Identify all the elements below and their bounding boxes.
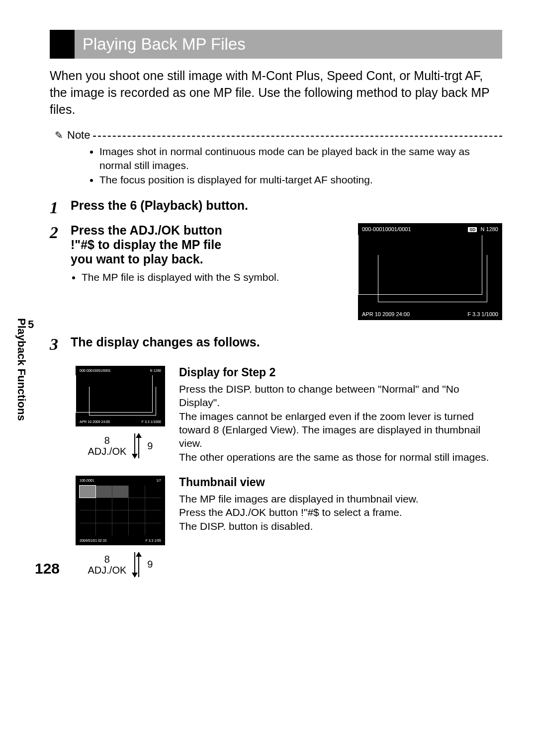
thumbnail-cell — [145, 523, 161, 535]
thumbnail-cell — [112, 510, 128, 522]
step-3: 3 The display changes as follows. — [50, 335, 502, 354]
title-decoration — [50, 30, 75, 59]
thumbnail-cell — [145, 486, 161, 498]
thumbnail-view-block: 100-0001 1/7 — [71, 476, 502, 577]
bracket-icon — [378, 255, 487, 302]
steps: 1 Press the 6 (Playback) button. 2 Press… — [50, 198, 502, 577]
screen-exposure: F 3.3 1/55 — [145, 539, 161, 542]
screen-folder: 000-0001 — [362, 226, 385, 232]
adj-symbol: 9 — [147, 559, 153, 570]
screen-exposure: F 3.3 1/1000 — [142, 420, 161, 423]
adj-symbol: 9 — [147, 440, 153, 452]
screen-frame: 1/7 — [156, 479, 161, 482]
step2-bullet: The MP file is displayed with the S symb… — [82, 270, 348, 284]
note-label: Note — [67, 129, 90, 142]
screen-folder: 000-0001 — [80, 369, 94, 372]
step2-line: !"#$ to display the MP file — [71, 238, 348, 252]
step-1: 1 Press the 6 (Playback) button. — [50, 198, 502, 217]
thumbnail-cell — [96, 523, 112, 535]
screen-exposure: F 3.3 1/1000 — [467, 311, 498, 317]
camera-screen-large: 000-0001 0001/0001 SD N 1280 APR 10 2009… — [358, 223, 502, 320]
screen-size: N 1280 — [481, 226, 498, 232]
display-step2-block: 000-0001 0001/0001 N 1280 APR 10 2009 24… — [71, 366, 502, 464]
adj-ok-label: ADJ./OK — [88, 565, 127, 576]
note-dash-line — [93, 136, 502, 137]
body-text: The other operations are the same as tho… — [179, 450, 502, 464]
camera-screen-thumbnail: 100-0001 1/7 — [76, 476, 165, 545]
note-icon: ✎ — [55, 129, 63, 141]
adj-symbol: 8 — [88, 435, 127, 446]
thumbnail-cell — [145, 498, 161, 510]
adj-symbol: 8 — [88, 554, 127, 565]
intro-paragraph: When you shoot one still image with M-Co… — [50, 68, 502, 118]
screen-size: N 1280 — [150, 369, 161, 372]
body-text: The MP file images are displayed in thum… — [179, 492, 502, 505]
screen-folder: 100-0001 — [80, 479, 94, 482]
thumbnail-cell — [112, 498, 128, 510]
body-text: The DISP. button is disabled. — [179, 519, 502, 533]
chapter-number: 5 — [28, 318, 34, 331]
screen-date: 2009/01/01 02:33 — [80, 539, 107, 542]
thumbnail-cell — [129, 486, 145, 498]
manual-page: Playing Back MP Files When you shoot one… — [0, 0, 537, 597]
adj-ok-indicator: 8 ADJ./OK 9 — [88, 552, 153, 577]
arrow-down-icon — [134, 552, 135, 577]
subsection-heading: Display for Step 2 — [179, 366, 502, 379]
note-item: The focus position is displayed for mult… — [99, 173, 502, 186]
note-block: ✎ Note Images shot in normal continuous … — [55, 129, 502, 186]
section-title: Playing Back MP Files — [75, 30, 502, 59]
arrow-down-icon — [134, 433, 135, 458]
camera-screen-small: 000-0001 0001/0001 N 1280 APR 10 2009 24… — [76, 366, 165, 426]
note-list: Images shot in normal continuous mode ca… — [99, 145, 502, 186]
body-text: Press the ADJ./OK button !"#$ to select … — [179, 505, 502, 519]
step-text: Press the 6 (Playback) button. — [71, 198, 502, 213]
adj-ok-indicator: 8 ADJ./OK 9 — [88, 433, 153, 458]
arrow-up-icon — [138, 433, 139, 458]
screen-frame: 0001/0001 — [94, 369, 111, 372]
thumbnail-cell — [80, 523, 95, 535]
side-tab: 5 Playback Functions — [15, 318, 34, 421]
screen-date: APR 10 2009 24:00 — [80, 420, 110, 423]
thumbnail-cell — [96, 510, 112, 522]
thumbnail-cell — [80, 498, 95, 510]
body-text: The images cannot be enlarged even if th… — [179, 410, 502, 450]
arrow-up-icon — [138, 552, 139, 577]
step-number: 2 — [50, 223, 71, 242]
page-number: 128 — [35, 560, 60, 577]
thumbnail-grid — [80, 486, 161, 535]
adj-ok-label: ADJ./OK — [88, 446, 127, 457]
thumbnail-cell — [129, 523, 145, 535]
step2-line: you want to play back. — [71, 252, 348, 266]
body-text: Press the DISP. button to change between… — [179, 382, 502, 410]
thumbnail-cell — [96, 498, 112, 510]
thumbnail-cell — [145, 510, 161, 522]
chapter-label: Playback Functions — [15, 318, 28, 421]
step-number: 3 — [50, 335, 71, 354]
step2-line: Press the ADJ./OK button — [71, 223, 348, 238]
thumbnail-cell-selected — [80, 486, 95, 498]
bracket-icon — [89, 387, 156, 416]
thumbnail-cell — [112, 486, 128, 498]
section-title-bar: Playing Back MP Files — [50, 30, 502, 59]
step-text: The display changes as follows. — [71, 335, 502, 349]
sd-icon: SD — [468, 227, 477, 232]
screen-frame: 0001/0001 — [385, 226, 411, 232]
step-number: 1 — [50, 198, 71, 217]
thumbnail-cell — [129, 510, 145, 522]
step-2: 2 Press the ADJ./OK button !"#$ to displ… — [50, 223, 502, 320]
thumbnail-cell — [129, 498, 145, 510]
screen-date: APR 10 2009 24:00 — [362, 311, 410, 317]
thumbnail-cell — [80, 510, 95, 522]
subsection-heading: Thumbnail view — [179, 476, 502, 489]
thumbnail-cell — [112, 523, 128, 535]
thumbnail-cell — [96, 486, 112, 498]
note-item: Images shot in normal continuous mode ca… — [99, 145, 502, 172]
